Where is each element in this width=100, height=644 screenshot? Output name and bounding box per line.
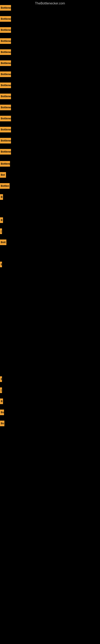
bottleneck-bar: Bo: [0, 420, 4, 426]
site-title: TheBottlenecker.com: [0, 0, 100, 7]
bottleneck-bar: B: [0, 217, 3, 223]
bottleneck-bar: Bottleneck result: [0, 16, 11, 22]
bottleneck-bar: Bottleneck resu: [0, 94, 11, 99]
bottleneck-bar: Bottlen: [0, 183, 10, 189]
bottleneck-bar: Bottleneck resu: [0, 60, 11, 66]
bottleneck-bar: Bottleneck resu: [0, 72, 11, 77]
bottleneck-bar: Bottleneck re: [0, 127, 11, 132]
bottleneck-bar: Bottleneck resu: [0, 82, 11, 88]
bottleneck-bar: Bottleneck resul: [0, 49, 11, 55]
bottleneck-bar: Bottleneck res: [0, 116, 11, 121]
bottleneck-bar: Bottleneck re: [0, 138, 11, 144]
bottleneck-bar: Bot: [0, 172, 6, 178]
bottleneck-bar: E: [0, 376, 2, 382]
bottleneck-bar: E: [0, 262, 2, 267]
bottleneck-bar: Bottleneck resu: [0, 105, 11, 110]
bottleneck-bar: Bottleneck result: [0, 27, 11, 33]
bottleneck-bar: |: [0, 388, 2, 393]
bottleneck-bar: Bottleneck resul: [0, 38, 11, 44]
bottleneck-bar: B: [0, 398, 3, 404]
bottleneck-bar: Bottlene: [0, 161, 10, 167]
bottleneck-bar: Bottleneck re: [0, 149, 11, 154]
bottleneck-bar: |: [0, 228, 2, 234]
bottleneck-bar: B: [0, 194, 3, 200]
bottleneck-bar: Bo: [0, 410, 4, 415]
bottleneck-bar: Bott: [0, 240, 6, 245]
bottleneck-bar: Bottleneck result: [0, 5, 11, 11]
